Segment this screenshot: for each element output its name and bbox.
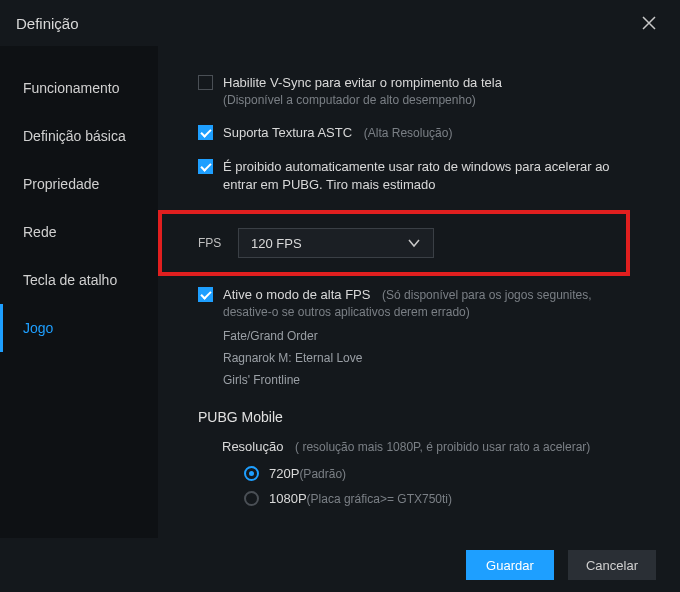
radio-sub: (Placa gráfica>= GTX750ti): [307, 492, 452, 506]
astc-label: Suporta Textura ASTC: [223, 125, 352, 140]
sidebar-item-jogo[interactable]: Jogo: [0, 304, 158, 352]
footer: Guardar Cancelar: [0, 538, 680, 592]
main-panel: Habilite V-Sync para evitar o rompimento…: [158, 46, 680, 538]
pubg-mobile-heading: PUBG Mobile: [198, 409, 660, 425]
pubg-mouse-label: É proibido automaticamente usar rato de …: [223, 158, 643, 194]
save-button[interactable]: Guardar: [466, 550, 554, 580]
vsync-sub: (Disponível a computador de alto desempe…: [223, 92, 502, 108]
close-button[interactable]: [634, 8, 664, 38]
radio-icon: [244, 466, 259, 481]
fps-dropdown[interactable]: 120 FPS: [238, 228, 434, 258]
sidebar-item-rede[interactable]: Rede: [0, 208, 158, 256]
sidebar-item-propriedade[interactable]: Propriedade: [0, 160, 158, 208]
sidebar: Funcionamento Definição básica Proprieda…: [0, 46, 158, 538]
radio-sub: (Padrão): [299, 467, 346, 481]
game-item: Fate/Grand Order: [223, 325, 660, 347]
fps-highlight-box: FPS 120 FPS: [158, 210, 630, 276]
vsync-checkbox[interactable]: [198, 75, 213, 90]
astc-checkbox[interactable]: [198, 125, 213, 140]
fps-value: 120 FPS: [251, 236, 302, 251]
cancel-button[interactable]: Cancelar: [568, 550, 656, 580]
fps-label: FPS: [198, 236, 238, 250]
resolution-option-720p[interactable]: 720P (Padrão): [244, 466, 660, 481]
sidebar-item-tecla-atalho[interactable]: Tecla de atalho: [0, 256, 158, 304]
vsync-label: Habilite V-Sync para evitar o rompimento…: [223, 74, 502, 92]
astc-sub: (Alta Resolução): [364, 126, 453, 140]
high-fps-label: Ative o modo de alta FPS: [223, 287, 370, 302]
resolution-hint: ( resolução mais 1080P, é proibido usar …: [295, 440, 590, 454]
radio-label: 1080P: [269, 491, 307, 506]
chevron-down-icon: [407, 236, 421, 250]
pubg-mouse-checkbox[interactable]: [198, 159, 213, 174]
radio-icon: [244, 491, 259, 506]
high-fps-games-list: Fate/Grand Order Ragnarok M: Eternal Lov…: [223, 325, 660, 391]
high-fps-checkbox[interactable]: [198, 287, 213, 302]
radio-label: 720P: [269, 466, 299, 481]
resolution-label: Resolução: [222, 439, 283, 454]
sidebar-item-definicao-basica[interactable]: Definição básica: [0, 112, 158, 160]
close-icon: [642, 16, 656, 30]
game-item: Girls' Frontline: [223, 369, 660, 391]
resolution-option-1080p[interactable]: 1080P (Placa gráfica>= GTX750ti): [244, 491, 660, 506]
window-title: Definição: [16, 15, 79, 32]
sidebar-item-funcionamento[interactable]: Funcionamento: [0, 64, 158, 112]
game-item: Ragnarok M: Eternal Love: [223, 347, 660, 369]
